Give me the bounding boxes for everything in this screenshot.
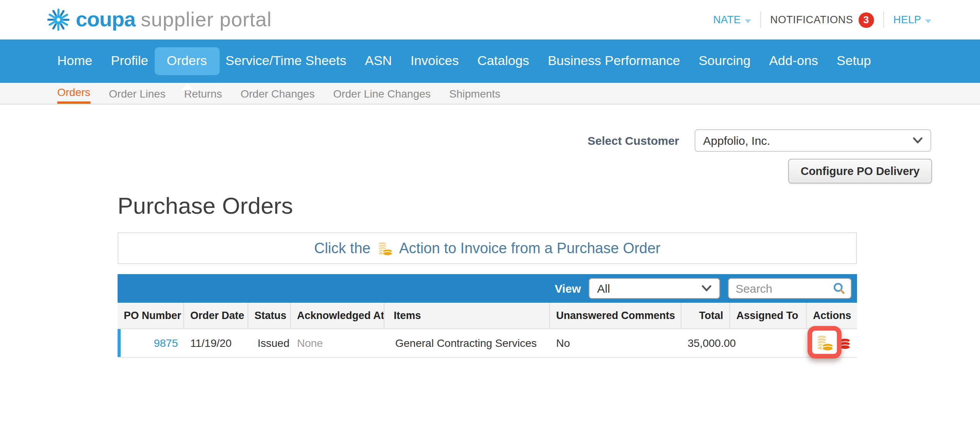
acknowledged-at-cell: None <box>291 337 384 349</box>
gold-coins-icon <box>377 240 393 256</box>
nav-tab-asn[interactable]: ASN <box>365 53 392 69</box>
orders-sub-nav: Orders Order Lines Returns Order Changes… <box>0 83 980 105</box>
subnav-order-lines[interactable]: Order Lines <box>109 83 166 104</box>
chevron-down-icon <box>925 19 931 23</box>
nav-tab-home[interactable]: Home <box>57 53 92 69</box>
page-title: Purchase Orders <box>118 193 980 219</box>
subnav-order-changes[interactable]: Order Changes <box>241 83 314 104</box>
nav-tab-add-ons[interactable]: Add-ons <box>769 53 818 69</box>
column-header-items[interactable]: Items <box>384 303 550 328</box>
main-nav: Home Profile Orders Service/Time Sheets … <box>0 39 980 83</box>
subnav-order-line-changes[interactable]: Order Line Changes <box>333 83 430 104</box>
nav-tab-business-performance[interactable]: Business Performance <box>548 53 680 69</box>
order-date-cell: 11/19/20 <box>184 337 248 349</box>
nav-tab-orders[interactable]: Orders <box>154 47 219 75</box>
customer-select[interactable]: Appfolio, Inc. <box>695 129 931 152</box>
banner-text-prefix: Click the <box>314 240 370 257</box>
select-customer-label: Select Customer <box>587 134 679 147</box>
customer-select-value: Appfolio, Inc. <box>703 134 770 147</box>
user-menu[interactable]: NATE <box>713 14 751 26</box>
column-header-unanswered-comments[interactable]: Unanswered Comments <box>550 303 681 328</box>
help-menu-label: HELP <box>893 14 921 26</box>
column-header-actions[interactable]: Actions <box>807 303 857 328</box>
chevron-down-icon <box>745 19 751 23</box>
table-header-row: PO Number Order Date Status Acknowledged… <box>118 303 857 329</box>
notifications-menu[interactable]: NOTIFICATIONS 3 <box>770 12 874 27</box>
nav-tab-invoices[interactable]: Invoices <box>410 53 459 69</box>
coupa-flower-icon <box>46 8 70 32</box>
status-cell: Issued <box>248 337 291 349</box>
view-label: View <box>555 282 581 295</box>
table-row: 9875 11/19/20 Issued None General Contra… <box>118 329 857 358</box>
coupa-supplier-portal-page: coupa supplier portal NATE NOTIFICATIONS… <box>0 0 980 446</box>
column-header-order-date[interactable]: Order Date <box>184 303 248 328</box>
search-input[interactable] <box>734 281 825 296</box>
total-cell: 35,000.00 <box>681 337 730 349</box>
column-header-assigned-to[interactable]: Assigned To <box>730 303 807 328</box>
nav-tab-sourcing[interactable]: Sourcing <box>698 53 750 69</box>
customer-row: Select Customer Appfolio, Inc. <box>0 129 980 152</box>
notifications-label: NOTIFICATIONS <box>770 14 853 26</box>
nav-tab-profile[interactable]: Profile <box>111 53 148 69</box>
top-bar: coupa supplier portal NATE NOTIFICATIONS… <box>0 0 980 39</box>
create-invoice-action[interactable] <box>815 333 834 351</box>
user-menu-label: NATE <box>713 14 741 26</box>
gold-coins-icon <box>815 333 834 351</box>
chevron-down-icon <box>913 137 923 144</box>
search-box <box>728 278 852 299</box>
notifications-count-badge: 3 <box>859 12 874 27</box>
banner-text-suffix: Action to Invoice from a Purchase Order <box>399 240 661 257</box>
items-cell: General Contracting Services <box>384 337 550 349</box>
top-actions: NATE NOTIFICATIONS 3 HELP <box>713 12 931 28</box>
actions-cell <box>807 329 857 357</box>
nav-tab-setup[interactable]: Setup <box>837 53 871 69</box>
logo-suffix-text: supplier portal <box>141 8 272 32</box>
config-row: Configure PO Delivery <box>0 159 980 184</box>
invoice-instruction-banner: Click the Action to Invoice from a Purch… <box>118 232 857 264</box>
logo-brand-text: coupa <box>76 8 135 32</box>
help-menu[interactable]: HELP <box>893 14 931 26</box>
search-icon[interactable] <box>832 282 845 295</box>
coupa-logo[interactable]: coupa supplier portal <box>46 8 272 32</box>
nav-tab-catalogs[interactable]: Catalogs <box>477 53 529 69</box>
column-header-total[interactable]: Total <box>681 303 730 328</box>
divider <box>883 12 884 28</box>
configure-po-delivery-button[interactable]: Configure PO Delivery <box>788 159 932 184</box>
subnav-orders[interactable]: Orders <box>57 83 90 104</box>
subnav-shipments[interactable]: Shipments <box>449 83 500 104</box>
unanswered-comments-cell: No <box>550 337 681 349</box>
chevron-down-icon <box>702 285 712 292</box>
divider <box>760 12 761 28</box>
purchase-orders-table: View All PO Number Order Date Status Ack… <box>118 274 857 358</box>
view-select-value: All <box>597 282 610 295</box>
po-number-link[interactable]: 9875 <box>118 337 184 349</box>
column-header-status[interactable]: Status <box>248 303 291 328</box>
column-header-po-number[interactable]: PO Number <box>118 303 184 328</box>
table-toolbar: View All <box>118 274 857 303</box>
nav-tab-service-time-sheets[interactable]: Service/Time Sheets <box>225 53 346 69</box>
view-select[interactable]: All <box>589 278 720 299</box>
column-header-acknowledged-at[interactable]: Acknowledged At <box>291 303 384 328</box>
highlight-annotation <box>808 326 842 358</box>
